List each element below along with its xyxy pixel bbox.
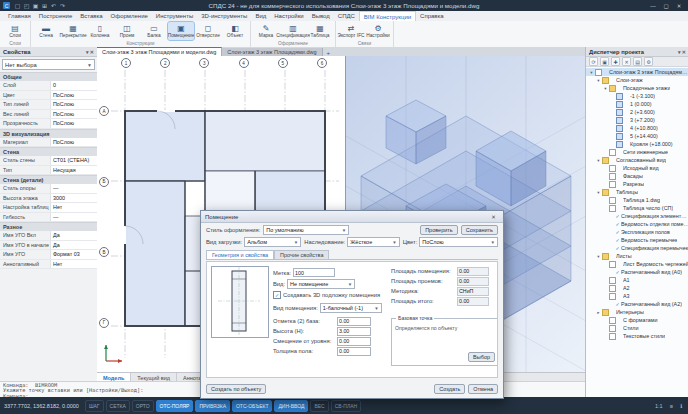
option-dropdown[interactable]: ПоСлою ▼ xyxy=(419,237,498,247)
ribbon-tab[interactable]: Настройки xyxy=(270,11,307,21)
toolbar-icon[interactable]: ▣ xyxy=(600,57,609,66)
object-selector-dropdown[interactable]: Нет выбора ▼ xyxy=(2,59,95,70)
tree-item[interactable]: ▾ Таблицы xyxy=(586,188,688,196)
property-value[interactable]: Да xyxy=(50,231,97,240)
status-mode-button[interactable]: ВЕС xyxy=(310,400,328,412)
ribbon-button[interactable]: ▦ Таблица xyxy=(307,22,333,40)
ribbon-button[interactable]: ✎ Марка xyxy=(253,22,279,40)
dialog-tab[interactable]: Геометрия и свойства xyxy=(206,250,274,259)
tree-expander-icon[interactable]: ▾ xyxy=(596,254,601,259)
tree-item[interactable]: ✓ Распечатанный вид (А2) xyxy=(586,300,688,308)
ribbon-tab[interactable]: Вывод xyxy=(308,11,334,21)
property-value[interactable]: ПоСлою xyxy=(50,91,97,100)
property-value[interactable]: ПоСлою xyxy=(50,119,97,128)
tree-item[interactable]: Таблица число (СП) xyxy=(586,204,688,212)
field-input[interactable] xyxy=(337,347,371,356)
tree-item[interactable]: А3 xyxy=(586,292,688,300)
tree-item[interactable]: ▾ Посадочные этажи xyxy=(586,84,688,92)
tree-item[interactable]: 2 (+3.600) xyxy=(586,108,688,116)
ribbon-tab[interactable]: Вставка xyxy=(76,11,106,21)
ok-button[interactable]: Создать xyxy=(434,384,465,394)
tree-item[interactable]: ▾ Листы xyxy=(586,252,688,260)
property-value[interactable]: ПоСлою xyxy=(50,100,97,109)
status-mode-button[interactable]: СЕТКА xyxy=(106,400,130,412)
tree-item[interactable]: Таблица 1.dwg xyxy=(586,196,688,204)
field-input[interactable] xyxy=(337,327,371,336)
property-value[interactable]: СТ01 (СТЕНА) xyxy=(50,156,97,165)
ribbon-button[interactable]: ▣ Помещение xyxy=(168,22,194,40)
pin-icon[interactable]: ▾ ✕ xyxy=(86,49,94,55)
create-by-object-button[interactable]: Создать по объекту xyxy=(206,384,266,394)
ribbon-button[interactable]: ◧ Объект xyxy=(222,22,248,40)
status-mode-button[interactable]: ДИН-ВВОД xyxy=(274,400,308,412)
ribbon-button[interactable]: ⚙ Настройки xyxy=(365,22,391,40)
tree-expander-icon[interactable]: ▾ xyxy=(596,78,601,83)
tree-item[interactable]: ▾ Слои-этаж 3 этаж Площадями и модели.dw… xyxy=(586,68,688,76)
quick-access-button[interactable]: ↶ xyxy=(49,1,58,10)
quick-access-button[interactable]: ⊞ xyxy=(40,1,49,10)
property-value[interactable]: — xyxy=(50,213,97,222)
basepoint-select-button[interactable]: Выбор xyxy=(468,352,495,362)
tree-expander-icon[interactable]: ▾ xyxy=(596,158,601,163)
properties-section-header[interactable]: Общие xyxy=(0,72,97,81)
tree-item[interactable]: Разрезы xyxy=(586,180,688,188)
properties-section-header[interactable]: Разное xyxy=(0,222,97,231)
tree-item[interactable]: ▾ Согласованный вид xyxy=(586,156,688,164)
properties-section-header[interactable]: Стена xyxy=(0,147,97,156)
tree-item[interactable]: А1 xyxy=(586,276,688,284)
status-right-item[interactable]: ℹ xyxy=(678,401,684,411)
tree-expander-icon[interactable]: ▾ xyxy=(589,70,594,75)
check-button[interactable]: Проверить xyxy=(420,225,458,235)
tree-item[interactable]: -1 (-3.100) xyxy=(586,92,688,100)
dialog-title-bar[interactable]: Помещение ✕ xyxy=(201,211,503,223)
property-value[interactable]: Несущая xyxy=(50,166,97,175)
status-mode-button[interactable]: ШАГ xyxy=(85,400,104,412)
quick-access-button[interactable]: ◰ xyxy=(22,1,31,10)
ribbon-button[interactable]: ◻ Отверстие xyxy=(195,22,221,40)
properties-section-header[interactable]: 3D визуализация xyxy=(0,129,97,138)
document-tab[interactable]: Слои-этаж 3 этаж Площадями.dwg xyxy=(222,48,322,56)
ribbon-button[interactable]: ▥ Спецификация xyxy=(280,22,306,40)
ribbon-button[interactable]: ▭ Балка xyxy=(141,22,167,40)
toolbar-icon[interactable]: ▤ xyxy=(633,57,642,66)
toolbar-icon[interactable]: ⟳ xyxy=(589,57,598,66)
property-value[interactable]: 3000 xyxy=(50,194,97,203)
ribbon-tab[interactable]: Инструменты xyxy=(152,11,197,21)
ribbon-button[interactable]: ▤ Слои xyxy=(2,22,28,40)
metka-input[interactable] xyxy=(293,268,335,277)
property-value[interactable]: Формат 03 xyxy=(50,250,97,259)
document-tab[interactable]: Слои-этаж 3 этаж Площадями и модели.dwg xyxy=(97,47,222,56)
option-dropdown[interactable]: Альбом ▼ xyxy=(244,237,301,247)
tree-item[interactable]: Текстовые стили xyxy=(586,332,688,340)
tree-item[interactable]: 5 (+14.400) xyxy=(586,132,688,140)
maximize-button[interactable]: ▢ xyxy=(660,1,672,10)
ribbon-tab[interactable]: Оформление xyxy=(107,11,152,21)
tree-item[interactable]: Сети инженерные xyxy=(586,148,688,156)
save-style-button[interactable]: Сохранить xyxy=(461,225,498,235)
dialog-tab[interactable]: Прочие свойства xyxy=(274,250,329,259)
toolbar-icon[interactable]: ⚙ xyxy=(644,57,653,66)
tree-item[interactable]: Стили xyxy=(586,324,688,332)
field-input[interactable] xyxy=(337,317,371,326)
style-dropdown[interactable]: По умолчанию ▼ xyxy=(263,225,349,235)
toolbar-icon[interactable]: ✕ xyxy=(622,57,631,66)
tree-item[interactable]: Лист Ведомость чертежей xyxy=(586,260,688,268)
ribbon-tab[interactable]: BIM Конструкции xyxy=(359,11,416,21)
status-mode-button[interactable]: ОТС-ПОЛЯР xyxy=(156,400,194,412)
geometry-dropdown[interactable]: 1-балочный (-1) ▼ xyxy=(320,303,382,313)
tree-item[interactable]: 1 (0.000) xyxy=(586,100,688,108)
tree-item[interactable]: ✓ Распечатанный вид (А0) xyxy=(586,268,688,276)
close-button[interactable]: ✕ xyxy=(673,1,685,10)
tree-item[interactable]: ✓ Ведомость перемычек xyxy=(586,236,688,244)
tree-item[interactable]: Исходный вид xyxy=(586,164,688,172)
tree-item[interactable]: Кровля (+18.000) xyxy=(586,140,688,148)
minimize-button[interactable]: — xyxy=(647,1,659,10)
tree-item[interactable]: ▾ Слои-этаж xyxy=(586,76,688,84)
toolbar-icon[interactable]: ✚ xyxy=(611,57,620,66)
quick-access-button[interactable]: ↷ xyxy=(58,1,67,10)
field-input[interactable] xyxy=(337,337,371,346)
status-right-item[interactable]: ≡ xyxy=(668,401,675,411)
property-value[interactable]: 0 xyxy=(50,81,97,90)
ribbon-tab[interactable]: СПДС xyxy=(334,11,359,21)
status-right-item[interactable]: 1:1 xyxy=(653,401,665,411)
